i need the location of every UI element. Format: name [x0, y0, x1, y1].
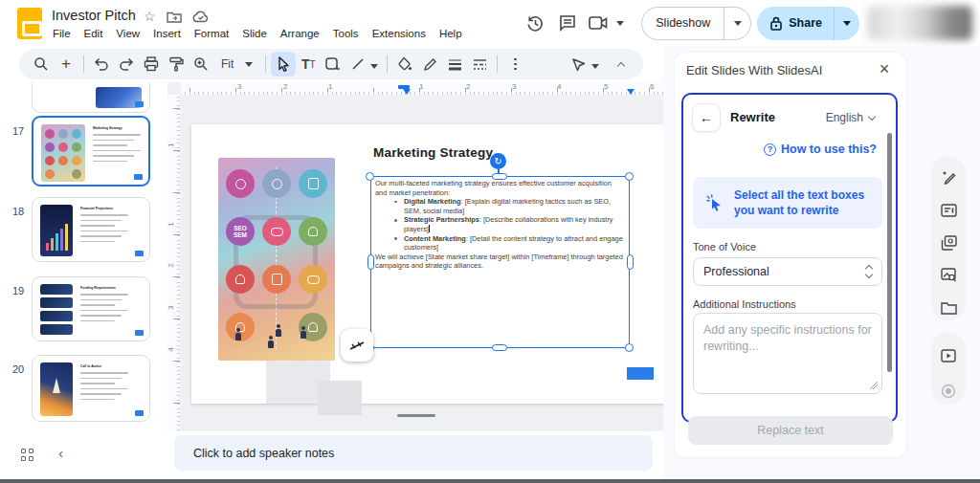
indent-marker-left[interactable] [403, 89, 411, 95]
grid-view-icon[interactable] [21, 449, 34, 462]
close-panel-icon[interactable]: × [874, 59, 895, 79]
person-figure [235, 328, 241, 340]
current-slide[interactable]: SEOSEM Marketing Strategy ↻ Our multi-fa… [191, 124, 665, 404]
duplicate-slides-icon[interactable] [935, 231, 962, 256]
h-ruler-number: 2 [466, 82, 470, 91]
zoom-icon[interactable] [189, 52, 213, 77]
menu-item-slide[interactable]: Slide [235, 26, 274, 41]
handle-middle-left[interactable] [368, 254, 374, 270]
paint-format-icon[interactable] [164, 52, 189, 77]
image-search-icon[interactable] [935, 262, 962, 288]
text-box-content[interactable]: Our multi-faceted marketing strategy ens… [373, 179, 625, 271]
form-card-icon[interactable] [935, 198, 962, 224]
share-button[interactable]: Share [757, 7, 859, 40]
menu-item-view[interactable]: View [109, 26, 146, 41]
account-avatar[interactable] [867, 6, 972, 40]
menu-item-insert[interactable]: Insert [146, 26, 188, 41]
how-to-use-link[interactable]: ? How to use this? [764, 143, 877, 156]
menu-item-help[interactable]: Help [433, 26, 469, 41]
collapse-toolbar-icon[interactable] [609, 52, 634, 77]
search-menus-icon[interactable] [29, 52, 54, 77]
slide-thumbnail-18[interactable]: Financial Projections [32, 197, 150, 262]
slide-title[interactable]: Marketing Strategy [373, 145, 493, 160]
slides-logo-icon[interactable] [17, 8, 42, 39]
select-tool-icon[interactable] [271, 52, 296, 77]
slide-number-19: 19 [12, 285, 24, 296]
slide-thumbnail-19[interactable]: Funding Requirements [32, 276, 150, 341]
indent-marker-right[interactable] [627, 89, 635, 95]
language-select[interactable]: English [826, 111, 875, 124]
redo-icon[interactable] [114, 52, 139, 77]
additional-instructions-textarea[interactable]: Add any specific instructions for rewrit… [693, 313, 882, 394]
panel-scrollbar[interactable] [887, 133, 892, 372]
textarea-resize-grip[interactable] [870, 382, 878, 389]
floating-tool-button[interactable] [341, 329, 373, 362]
move-folder-icon[interactable] [167, 11, 182, 23]
comments-icon[interactable] [551, 7, 584, 39]
handle-bottom-center[interactable] [492, 344, 507, 351]
menu-item-extensions[interactable]: Extensions [366, 26, 433, 41]
undo-icon[interactable] [89, 52, 114, 77]
zoom-fit-label: Fit [221, 57, 234, 71]
slide-number-20: 20 [12, 363, 24, 375]
tone-of-voice-label: Tone of Voice [693, 241, 756, 252]
replace-text-button[interactable]: Replace text [688, 416, 893, 445]
menu-item-file[interactable]: File [46, 26, 78, 41]
insert-shape-icon[interactable] [321, 52, 345, 77]
border-dash-icon[interactable] [467, 52, 492, 77]
meet-camera-icon[interactable] [584, 7, 612, 39]
tone-of-voice-select[interactable]: Professional [693, 257, 882, 286]
collapse-filmstrip-icon[interactable]: ‹ [58, 445, 63, 461]
select-textboxes-hint[interactable]: Select all the text boxes you want to re… [693, 177, 882, 229]
slideshow-dropdown-caret[interactable] [724, 8, 750, 39]
text-box-icon[interactable]: TT [296, 52, 321, 77]
laser-pointer-icon[interactable] [567, 52, 591, 77]
hint-line2: you want to rewrite [734, 204, 838, 217]
filmstrip: 17Marketing Strategy18Financial Projecti… [0, 82, 167, 431]
h-ruler-number: 4 [557, 82, 561, 91]
handle-top-center[interactable] [492, 173, 507, 180]
menu-item-tools[interactable]: Tools [326, 26, 366, 41]
back-button[interactable]: ← [692, 103, 721, 132]
menu-item-format[interactable]: Format [188, 26, 235, 41]
folder-icon[interactable] [935, 295, 962, 320]
handle-middle-right[interactable] [627, 254, 634, 270]
select-updown-icon [866, 266, 872, 277]
cloud-status-icon[interactable] [192, 11, 210, 23]
new-slide-button[interactable]: + [54, 52, 78, 77]
line-dropdown-caret[interactable] [370, 55, 378, 73]
slide-thumbnail-20[interactable]: Call to Action [32, 355, 150, 422]
magic-write-icon[interactable] [935, 165, 962, 191]
share-dropdown-caret[interactable] [834, 7, 859, 40]
selected-text-box[interactable]: Our multi-faceted marketing strategy ens… [370, 176, 630, 348]
marketing-infographic-image[interactable]: SEOSEM [218, 158, 335, 361]
insert-line-icon[interactable] [345, 52, 370, 77]
border-weight-icon[interactable] [442, 52, 467, 77]
border-color-icon[interactable] [417, 52, 442, 77]
record-icon[interactable] [935, 378, 962, 405]
thumbnail-title: Call to Action [80, 364, 101, 368]
menu-item-arrange[interactable]: Arrange [274, 26, 326, 41]
version-history-icon[interactable] [519, 7, 551, 39]
speaker-notes[interactable]: Click to add speaker notes [174, 435, 653, 471]
more-options-icon[interactable] [502, 52, 527, 77]
handle-top-right[interactable] [625, 172, 634, 181]
fill-color-icon[interactable] [392, 52, 417, 77]
slideshow-button[interactable]: Slideshow [641, 7, 751, 40]
pointer-dropdown-caret[interactable] [591, 55, 599, 73]
zoom-fit-select[interactable]: Fit [213, 57, 260, 71]
document-title[interactable]: Investor Pitch [52, 8, 136, 23]
handle-bottom-right[interactable] [625, 343, 634, 352]
slide-thumbnail-17[interactable]: Marketing Strategy [32, 116, 150, 187]
slide-thumbnail[interactable] [32, 82, 150, 113]
handle-top-left[interactable] [366, 172, 374, 181]
text-line: Strategic Partnerships: [Describe collab… [373, 215, 625, 233]
rotate-handle[interactable]: ↻ [490, 153, 506, 169]
meet-dropdown-caret[interactable] [612, 7, 628, 39]
thumbnail-corner-accent [135, 410, 144, 416]
video-play-icon[interactable] [935, 342, 962, 369]
star-icon[interactable]: ☆ [144, 9, 156, 24]
notes-resize-handle[interactable] [397, 414, 435, 417]
menu-item-edit[interactable]: Edit [78, 26, 110, 41]
print-icon[interactable] [139, 52, 164, 77]
